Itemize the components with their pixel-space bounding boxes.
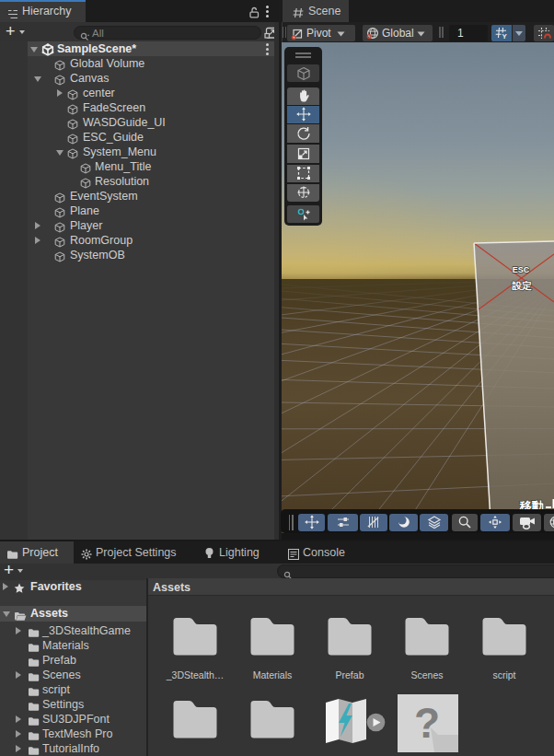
svg-text:Y: Y <box>502 32 508 40</box>
svg-text:?: ? <box>414 699 440 747</box>
svg-text:ESC: ESC <box>513 265 530 274</box>
svg-text:設定: 設定 <box>512 280 533 291</box>
